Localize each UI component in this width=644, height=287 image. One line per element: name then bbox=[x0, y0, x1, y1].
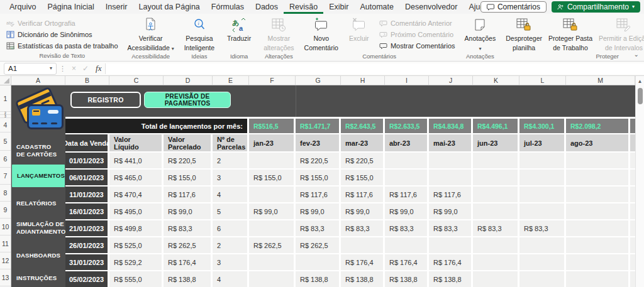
row-header-5[interactable]: 5 bbox=[0, 133, 11, 151]
novo-comentario-button[interactable]: Novo Comentário bbox=[301, 15, 341, 52]
cell-mai-23[interactable] bbox=[429, 237, 473, 254]
cell-abr-23[interactable] bbox=[385, 170, 429, 187]
row-header-1[interactable]: 1 bbox=[0, 85, 11, 112]
cell-valor-parcelado[interactable]: R$ 83,3 bbox=[164, 220, 213, 237]
cell-ago-23[interactable] bbox=[566, 271, 630, 287]
cell-clipped[interactable] bbox=[630, 187, 635, 203]
total-row-label[interactable]: Total de lançamentos por mês: bbox=[65, 119, 249, 134]
column-title-n-de-parcelas[interactable]: Nº de Parcelas bbox=[213, 134, 249, 153]
cell-parcelas[interactable]: 2 bbox=[213, 237, 249, 254]
total-cell-mai-23[interactable]: R$4.834,8 bbox=[429, 119, 473, 134]
month-header-jan-23[interactable]: jan-23 bbox=[249, 134, 296, 153]
column-header-k[interactable]: K bbox=[473, 76, 519, 85]
cell-valor-liquido[interactable]: R$ 495,0 bbox=[109, 203, 164, 220]
cell-mar-23[interactable]: R$ 99,0 bbox=[341, 203, 385, 220]
column-header-f[interactable]: F bbox=[249, 76, 296, 85]
dicionario-sinonimos-button[interactable]: Dicionário de Sinônimos bbox=[4, 29, 121, 40]
menu-tab-dados[interactable]: Dados bbox=[250, 0, 284, 14]
cell-fev-23[interactable]: R$ 83,3 bbox=[296, 220, 341, 237]
cell-jan-23[interactable] bbox=[249, 187, 296, 203]
cell-clipped[interactable] bbox=[630, 203, 635, 220]
cell-clipped[interactable] bbox=[630, 237, 635, 254]
cell-abr-23[interactable]: R$ 117,6 bbox=[385, 187, 429, 203]
cell-jun-23[interactable] bbox=[473, 237, 519, 254]
cell-parcelas[interactable]: 4 bbox=[213, 187, 249, 203]
column-header-h[interactable]: H bbox=[341, 76, 385, 85]
month-header-mai-23[interactable]: mai-23 bbox=[429, 134, 473, 153]
cell-date[interactable]: 31/01/2023 bbox=[65, 254, 109, 271]
cell-valor-liquido[interactable]: R$ 529,2 bbox=[109, 254, 164, 271]
month-header-jul-23[interactable]: jul-23 bbox=[519, 134, 566, 153]
row-header-4[interactable]: 4 bbox=[0, 118, 11, 133]
cell-jul-23[interactable] bbox=[519, 153, 566, 170]
column-header-m[interactable]: M bbox=[566, 76, 635, 85]
cell-valor-parcelado[interactable]: R$ 176,4 bbox=[164, 254, 213, 271]
cell-mai-23[interactable] bbox=[429, 170, 473, 187]
cell-jan-23[interactable]: R$ 155,0 bbox=[249, 170, 296, 187]
month-header-fev-23[interactable]: fev-23 bbox=[296, 134, 341, 153]
cell-valor-parcelado[interactable]: R$ 99,0 bbox=[164, 203, 213, 220]
cell-abr-23[interactable]: R$ 138,8 bbox=[385, 271, 429, 287]
cell-valor-liquido[interactable]: R$ 465,0 bbox=[109, 170, 164, 187]
column-header-g[interactable]: G bbox=[296, 76, 341, 85]
cell-valor-liquido[interactable]: R$ 470,4 bbox=[109, 187, 164, 203]
cell-ago-23[interactable] bbox=[566, 203, 630, 220]
desproteger-planilha-button[interactable]: Desproteger planilha bbox=[502, 15, 545, 52]
cell-clipped[interactable] bbox=[630, 271, 635, 287]
cell-valor-liquido[interactable]: R$ 525,0 bbox=[109, 237, 164, 254]
cell-fev-23[interactable]: R$ 262,5 bbox=[296, 237, 341, 254]
proteger-pasta-trabalho-button[interactable]: Proteger Pasta de Trabalho bbox=[545, 15, 596, 52]
select-all-corner[interactable] bbox=[0, 76, 11, 85]
cell-parcelas[interactable]: 6 bbox=[213, 220, 249, 237]
insert-function-icon[interactable]: fx bbox=[96, 63, 101, 73]
cell-valor-parcelado[interactable]: R$ 155,0 bbox=[164, 170, 213, 187]
previsao-pagamentos-button[interactable]: PREVISÃO DE PAGAMENTOS bbox=[144, 92, 231, 108]
total-cell-jul-23[interactable]: R$4.300,1 bbox=[519, 119, 566, 134]
cell-jul-23[interactable] bbox=[519, 254, 566, 271]
cell-ago-23[interactable] bbox=[566, 187, 630, 203]
sidebar-item-simulacao-de-adiantamentos[interactable]: SIMULAÇÃO DEADIANTAMENTOS bbox=[11, 220, 65, 236]
column-title-valor-liquido[interactable]: Valor Líquido bbox=[109, 134, 164, 153]
cell-parcelas[interactable]: 4 bbox=[213, 271, 249, 287]
cell-mar-23[interactable]: R$ 220,5 bbox=[341, 153, 385, 170]
menu-tab-desenvolvedor[interactable]: Desenvolvedor bbox=[399, 0, 463, 14]
menu-tab-automate[interactable]: Automate bbox=[354, 0, 399, 14]
column-header-l[interactable]: L bbox=[519, 76, 566, 85]
cell-jan-23[interactable] bbox=[249, 153, 296, 170]
cell-jan-23[interactable]: R$ 99,0 bbox=[249, 203, 296, 220]
cell-mai-23[interactable]: R$ 138,8 bbox=[429, 271, 473, 287]
sidebar-item-lancamentos[interactable]: LANÇAMENTOS bbox=[12, 165, 65, 187]
cell-fev-23[interactable]: R$ 220,5 bbox=[296, 153, 341, 170]
cell-clipped[interactable] bbox=[630, 170, 635, 187]
cell-valor-liquido[interactable]: R$ 555,0 bbox=[109, 271, 164, 287]
total-cell-fev-23[interactable]: R$1.471,7 bbox=[296, 119, 341, 134]
total-cell-clipped[interactable] bbox=[630, 119, 635, 134]
cell-abr-23[interactable]: R$ 83,3 bbox=[385, 220, 429, 237]
cell-jun-23[interactable] bbox=[473, 254, 519, 271]
cell-ago-23[interactable] bbox=[566, 237, 630, 254]
menu-tab-revisao[interactable]: Revisão bbox=[284, 0, 323, 14]
month-header-clipped[interactable] bbox=[630, 134, 635, 153]
cell-mar-23[interactable]: R$ 117,6 bbox=[341, 187, 385, 203]
scrollbar-thumb[interactable] bbox=[638, 88, 643, 104]
cell-fev-23[interactable]: R$ 99,0 bbox=[296, 203, 341, 220]
cell-clipped[interactable] bbox=[630, 153, 635, 170]
total-cell-abr-23[interactable]: R$2.633,5 bbox=[385, 119, 429, 134]
cell-mai-23[interactable]: R$ 99,0 bbox=[429, 203, 473, 220]
estatisticas-pasta-button[interactable]: 123 Estatísticas da pasta de trabalho bbox=[4, 40, 121, 51]
cell-jan-23[interactable]: R$ 262,5 bbox=[249, 237, 296, 254]
cell-abr-23[interactable] bbox=[385, 237, 429, 254]
cell-clipped[interactable] bbox=[630, 220, 635, 237]
cell-jun-23[interactable] bbox=[473, 153, 519, 170]
cell-parcelas[interactable]: 3 bbox=[213, 254, 249, 271]
formula-input[interactable] bbox=[105, 63, 644, 74]
cell-jan-23[interactable] bbox=[249, 271, 296, 287]
column-header-a[interactable]: A bbox=[11, 76, 65, 85]
formula-bar-handle[interactable]: ⋮ bbox=[59, 65, 66, 73]
column-title-valor-parcelado[interactable]: Valor Parcelado bbox=[164, 134, 213, 153]
anotacoes-button[interactable]: Anotações ▾ bbox=[462, 15, 499, 52]
sidebar-item-cadastro-de-cartoes[interactable]: CADASTRODE CARTÕES bbox=[11, 143, 65, 158]
cell-date[interactable]: 16/01/2023 bbox=[65, 203, 109, 220]
cell-jul-23[interactable] bbox=[519, 203, 566, 220]
cell-mar-23[interactable]: R$ 83,3 bbox=[341, 220, 385, 237]
